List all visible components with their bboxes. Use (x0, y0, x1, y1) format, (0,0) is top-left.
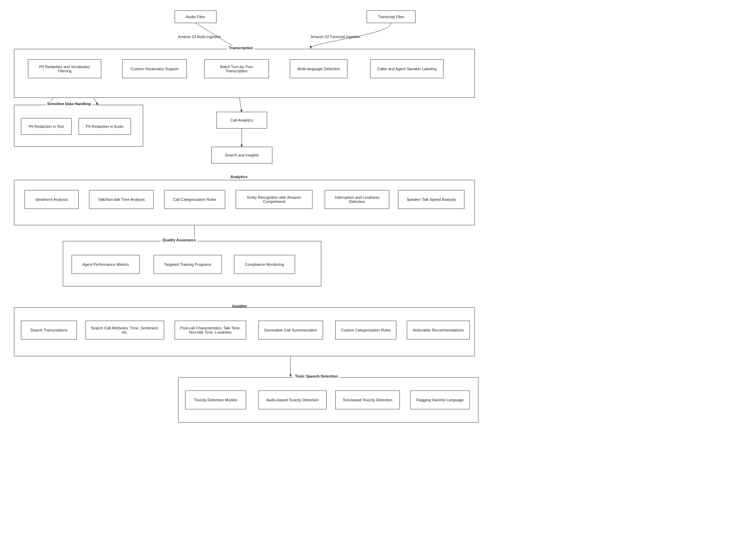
transcription-label: Transcription (227, 46, 255, 50)
audio-toxicity-box: Audio-based Toxicity Detection (258, 391, 326, 409)
interruption-box: Interruption and Loudness Detection (325, 190, 389, 209)
text-toxicity-box: Text-based Toxicity Detection (335, 391, 400, 409)
pii-audio-label: PII Redaction in Audio (86, 124, 124, 129)
custom-categorization-label: Custom Categorization Rules (341, 328, 391, 332)
call-categorization-label: Call Categorization Rules (173, 197, 216, 202)
talk-speed-label: Speaker Talk Speed Analysis (406, 197, 456, 202)
batch-transcription-box: Batch Turn-by-Turn Transcription (204, 59, 269, 78)
analytics-label: Analytics (230, 175, 248, 179)
post-call-box: Post-call Characteristics: Talk Time, No… (175, 321, 246, 340)
call-analytics-label: Call Analytics (230, 118, 253, 122)
compliance-monitoring-box: Compliance Monitoring (234, 255, 295, 274)
talk-nontalk-box: Talk/Non-talk Time Analysis (89, 190, 154, 209)
flagging-label: Flagging Harmful Language (416, 398, 464, 402)
talk-nontalk-label: Talk/Non-talk Time Analysis (98, 197, 145, 202)
custom-vocab-label: Custom Vocabulary Support (131, 67, 178, 71)
custom-categorization-box: Custom Categorization Rules (335, 321, 396, 340)
agent-performance-box: Agent Performance Metrics (72, 255, 140, 274)
targeted-training-box: Targeted Training Programs (154, 255, 222, 274)
search-transcriptions-label: Search Transcriptions (30, 328, 67, 332)
entity-recognition-box: Entity Recognition with Amazon Comprehen… (236, 190, 313, 209)
text-toxicity-label: Text-based Toxicity Detection (343, 398, 392, 402)
post-call-label: Post-call Characteristics: Talk Time, No… (179, 326, 242, 334)
toxicity-models-box: Toxicity Detection Models (185, 391, 246, 409)
audio-toxicity-label: Audio-based Toxicity Detection (266, 398, 318, 402)
entity-recognition-label: Entity Recognition with Amazon Comprehen… (240, 195, 308, 204)
batch-transcription-label: Batch Turn-by-Turn Transcription (209, 65, 264, 73)
call-analytics-box: Call Analytics (216, 112, 267, 129)
audio-files-label: Audio Files (186, 15, 205, 19)
actionable-recommendations-label: Actionable Recommendations (413, 328, 464, 332)
sensitive-data-label: Sensitive Data Handling (46, 102, 92, 106)
search-transcriptions-box: Search Transcriptions (21, 321, 77, 340)
search-insights-label: Search and Insights (225, 153, 259, 157)
sentiment-analysis-box: Sentiment Analysis (24, 190, 79, 209)
s3-audio-label: Amazon S3 Audio Ingestion (178, 35, 221, 39)
speaker-labeling-label: Caller and Agent Speaker Labeling (377, 67, 436, 71)
pii-audio-box: PII Redaction in Audio (79, 118, 131, 135)
quality-label: Quality Assurance (161, 238, 197, 242)
actionable-recommendations-box: Actionable Recommendations (407, 321, 470, 340)
search-attributes-box: Search Call Attributes: Time, Sentiment,… (86, 321, 164, 340)
pii-redaction-label: PII Redaction and Vocabulary Filtering (32, 65, 97, 73)
generative-summarization-label: Generative Call Summarization (264, 328, 317, 332)
speaker-labeling-box: Caller and Agent Speaker Labeling (370, 59, 443, 78)
agent-performance-label: Agent Performance Metrics (82, 262, 129, 267)
pii-text-label: PII Redaction in Text (29, 124, 64, 129)
pii-text-box: PII Redaction in Text (21, 118, 72, 135)
compliance-monitoring-label: Compliance Monitoring (245, 262, 284, 267)
transcript-files-label: Transcript Files (378, 15, 404, 19)
search-attributes-label: Search Call Attributes: Time, Sentiment,… (90, 326, 160, 334)
s3-transcript-label: Amazon S3 Transcript Ingestion (311, 35, 360, 39)
call-categorization-box: Call Categorization Rules (164, 190, 225, 209)
search-insights-box: Search and Insights (211, 147, 272, 163)
targeted-training-label: Targeted Training Programs (164, 262, 212, 267)
audio-files-box: Audio Files (175, 10, 216, 23)
transcript-files-box: Transcript Files (367, 10, 416, 23)
talk-speed-box: Speaker Talk Speed Analysis (398, 190, 464, 209)
multi-language-label: Multi-language Detection (298, 67, 340, 71)
toxic-speech-label: Toxic Speech Detection (294, 374, 339, 378)
generative-summarization-box: Generative Call Summarization (258, 321, 323, 340)
pii-redaction-box: PII Redaction and Vocabulary Filtering (28, 59, 101, 78)
custom-vocab-box: Custom Vocabulary Support (122, 59, 187, 78)
flagging-box: Flagging Harmful Language (410, 391, 470, 409)
interruption-label: Interruption and Loudness Detection (329, 195, 385, 204)
sentiment-analysis-label: Sentiment Analysis (35, 197, 68, 202)
diagram: Audio Files Transcript Files Amazon S3 A… (7, 7, 482, 531)
toxicity-models-label: Toxicity Detection Models (194, 398, 237, 402)
multi-language-box: Multi-language Detection (290, 59, 347, 78)
